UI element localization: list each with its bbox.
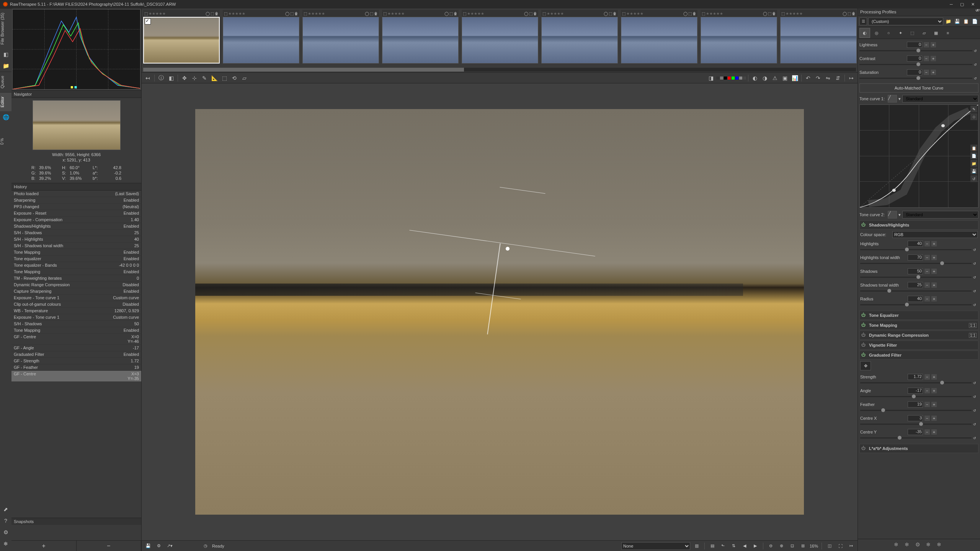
history-row[interactable]: GF - Strength1.72: [11, 358, 141, 364]
history-row[interactable]: Exposure - Compensation1.40: [11, 217, 141, 223]
lab-power-icon[interactable]: ⏻: [861, 446, 867, 451]
curve-copy-icon[interactable]: 📋: [970, 145, 977, 152]
gf-angle-value[interactable]: -17: [908, 388, 923, 394]
navigator-preview[interactable]: [33, 100, 121, 150]
gf-feather-slider[interactable]: ↺: [860, 409, 978, 412]
tab-editor[interactable]: Editor: [0, 92, 11, 111]
before-after-icon[interactable]: ◧: [167, 73, 176, 83]
tone-mapping-header[interactable]: ⏻Tone Mapping1:1: [859, 321, 978, 330]
thumbnail[interactable]: ⬚★★★★★◯⬚🗑: [302, 10, 379, 64]
graduated-filter-overlay[interactable]: [195, 109, 804, 515]
graduated-filter-header[interactable]: ⏻Graduated Filter: [859, 350, 978, 360]
history-list[interactable]: Photo loaded(Last Saved)SharpeningEnable…: [11, 191, 141, 495]
history-row[interactable]: Clip out-of-gamut coloursDisabled: [11, 301, 141, 308]
perspective-icon[interactable]: ▱: [240, 73, 249, 83]
tm-power-icon[interactable]: ⏻: [861, 323, 867, 328]
history-row[interactable]: Tone MappingEnabled: [11, 269, 141, 275]
arrow-right-icon[interactable]: ↦: [847, 73, 856, 83]
ice-icon[interactable]: ❄: [0, 538, 11, 549]
snapshot-add-button[interactable]: +: [11, 541, 77, 551]
preview-indicators[interactable]: [716, 77, 746, 80]
history-row[interactable]: GF - CentreX=3 Y=-35: [11, 371, 141, 382]
lightness-inc[interactable]: +: [931, 42, 936, 47]
monitor-profile-select[interactable]: None: [621, 542, 690, 550]
tab-queue[interactable]: Queue: [0, 72, 11, 92]
tab-meta-icon[interactable]: ≡: [942, 28, 953, 38]
colour-label-icon[interactable]: ◧: [0, 49, 11, 60]
tone-curve-1-mode[interactable]: Standard: [902, 95, 978, 103]
fullscreen-icon[interactable]: ⬈: [0, 504, 11, 515]
thumbnail[interactable]: ⬚★★★★★◯⬚🗑: [223, 10, 299, 64]
zoom-fit-icon[interactable]: ⊡: [788, 542, 797, 550]
sh-power-icon[interactable]: ⏻: [861, 222, 867, 228]
vignette-filter-header[interactable]: ⏻Vignette Filter: [859, 341, 978, 350]
save-icon[interactable]: 💾: [144, 542, 152, 550]
rotate-right-icon[interactable]: ↷: [813, 73, 823, 83]
tool-scroll[interactable]: ↺ Lightness0−+ ↺ Contrast0−+ ↺ Saturatio…: [858, 39, 980, 539]
history-row[interactable]: Exposure - ResetEnabled: [11, 210, 141, 217]
tab-exposure-icon[interactable]: ◐: [859, 28, 870, 38]
lab-adjustments-header[interactable]: ⏻L*a*b* Adjustments: [859, 444, 978, 453]
history-row[interactable]: Dynamic Range CompressionDisabled: [11, 282, 141, 288]
hand-tool-icon[interactable]: ✥: [180, 73, 189, 83]
lightness-value[interactable]: 0: [907, 42, 922, 48]
gamut-icon[interactable]: ▥: [693, 542, 701, 550]
gf-edit-onpreview-button[interactable]: ✥: [860, 361, 871, 370]
straighten-icon[interactable]: 📐: [210, 73, 219, 83]
curve-load-icon[interactable]: 📁: [970, 160, 977, 167]
picker-tool-icon[interactable]: ⊹: [190, 73, 199, 83]
background-toggle-icon[interactable]: ◨: [706, 73, 715, 83]
snowflake-icon-4[interactable]: ❄: [937, 541, 944, 549]
history-row[interactable]: S/H - Shadows50: [11, 321, 141, 327]
history-row[interactable]: S/H - Highlights40: [11, 236, 141, 243]
tab-file-browser[interactable]: File Browser (35): [0, 8, 11, 49]
history-row[interactable]: GF - CentreX=0 Y=-46: [11, 334, 141, 345]
shadows-highlights-header[interactable]: ⏻ Shadows/Highlights ↺: [859, 220, 978, 230]
tone-curve-1-editor[interactable]: ✎ ⊹ 📋 📄 📁 💾 ↺: [859, 104, 978, 208]
history-row[interactable]: WB - Temperature12807, 0.929: [11, 308, 141, 314]
sh-colourspace-select[interactable]: RGB: [892, 231, 978, 238]
filmstrip-scrollbar[interactable]: [143, 68, 856, 72]
profile-copy-icon[interactable]: 📋: [962, 18, 970, 25]
contrast-dec[interactable]: −: [924, 56, 929, 61]
history-row[interactable]: Shadows/HighlightsEnabled: [11, 223, 141, 230]
saturation-dec[interactable]: −: [924, 70, 929, 75]
minimize-button[interactable]: ─: [949, 2, 954, 7]
saturation-value[interactable]: 0: [907, 69, 922, 75]
tone-equalizer-header[interactable]: ⏻Tone Equalizer: [859, 311, 978, 320]
nav-right-icon[interactable]: ▶: [751, 542, 760, 550]
history-row[interactable]: Tone MappingEnabled: [11, 249, 141, 256]
false-color-icon[interactable]: 📊: [790, 73, 799, 83]
close-button[interactable]: ✕: [970, 2, 975, 7]
history-row[interactable]: S/H - Shadows25: [11, 230, 141, 236]
sh-highlights-slider[interactable]: ↺: [860, 248, 978, 252]
contrast-value[interactable]: 0: [907, 55, 922, 62]
lightness-slider[interactable]: ↺: [859, 49, 978, 53]
gf-angle-slider[interactable]: ↺: [860, 395, 978, 399]
history-row[interactable]: Graduated FilterEnabled: [11, 351, 141, 358]
thumbnail[interactable]: ⬚★★★★★◯⬚🗑: [462, 10, 538, 64]
contrast-reset-icon[interactable]: ↺: [974, 63, 978, 67]
flip-h-icon[interactable]: ⇋: [823, 73, 833, 83]
rotate-left-icon[interactable]: ↶: [804, 73, 813, 83]
history-row[interactable]: Tone equalizer - Bands-42 0 0 0 0: [11, 262, 141, 269]
thumbnail[interactable]: ⬚★★★★★◯⬚🗑: [143, 10, 220, 64]
clipped-highlights-icon[interactable]: ◑: [760, 73, 769, 83]
profile-paste-icon[interactable]: 📄: [971, 18, 978, 25]
contrast-slider[interactable]: ↺: [859, 63, 978, 67]
tab-detail-icon[interactable]: ◎: [871, 28, 882, 38]
sh-hltw-slider[interactable]: ↺: [860, 262, 978, 266]
curve-save-icon[interactable]: 💾: [970, 168, 977, 174]
rotate-icon[interactable]: ⟲: [230, 73, 239, 83]
sh-shadows-value[interactable]: 50: [908, 268, 923, 274]
saturation-inc[interactable]: +: [931, 70, 936, 75]
new-detail-icon[interactable]: ◫: [825, 542, 834, 550]
globe-icon[interactable]: 🌐: [0, 111, 11, 123]
preferences-icon[interactable]: ⚙: [0, 527, 11, 538]
tab-raw-icon[interactable]: ▦: [931, 28, 941, 38]
arrow-left-icon[interactable]: ↤: [143, 73, 152, 83]
gf-strength-slider[interactable]: ↺: [860, 381, 978, 385]
tone-curve-2-type[interactable]: ╱: [888, 211, 897, 218]
thumbnail[interactable]: ⬚★★★★★◯⬚🗑: [621, 10, 697, 64]
image-preview-area[interactable]: [142, 83, 858, 540]
